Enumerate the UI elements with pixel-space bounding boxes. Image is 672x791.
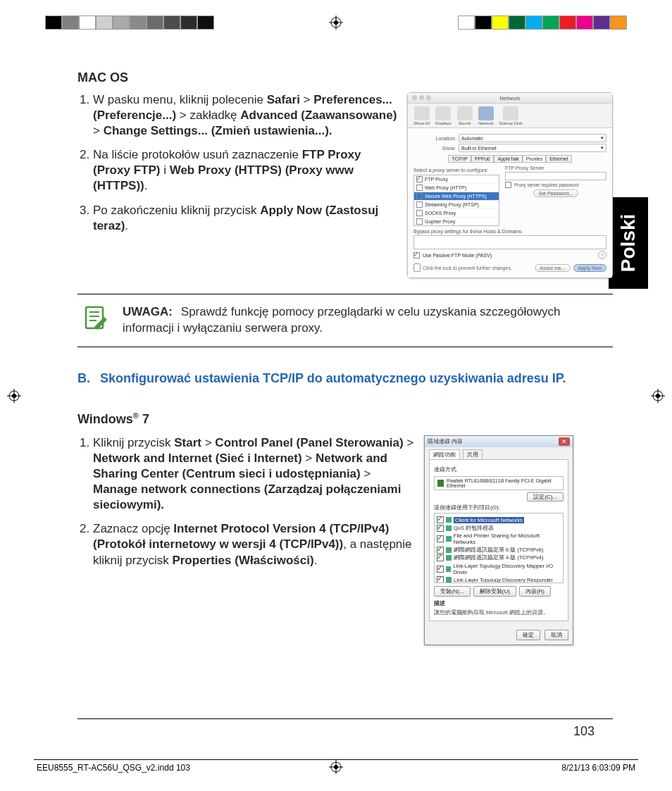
win-config-button[interactable]: 設定(C)... — [527, 492, 564, 502]
mac-apply-button[interactable]: Apply Now — [573, 264, 606, 272]
mac-set-password-button[interactable]: Set Password... — [533, 189, 578, 197]
toolbar-icon[interactable] — [435, 106, 451, 120]
registration-mark-right — [651, 389, 665, 403]
component-icon — [446, 555, 452, 561]
footer-filename: EEU8555_RT-AC56U_QSG_v2.indd 103 — [37, 763, 190, 773]
language-tab-label: Polski — [617, 214, 640, 272]
win-tab[interactable]: 網路功能 — [429, 449, 460, 459]
win-item-checkbox[interactable] — [437, 535, 444, 542]
note-lead: UWAGA: — [123, 305, 173, 318]
mac-tab[interactable]: PPPoE — [471, 155, 494, 163]
close-icon[interactable]: ✕ — [559, 437, 570, 446]
mac-assist-button[interactable]: Assist me... — [535, 264, 570, 272]
win-properties-window: 區域連線 內容 ✕ 網路功能共用 連線方式 Realtek RTL8168B/8… — [424, 435, 573, 645]
win-install-button[interactable]: 安裝(N)... — [434, 586, 471, 597]
mac-show-select[interactable]: Built-in Ethernet▾ — [459, 144, 606, 152]
mac-ftp-proxy-label: FTP Proxy Server — [505, 166, 606, 170]
registration-mark-left — [7, 389, 21, 403]
proxy-checkbox[interactable] — [416, 201, 423, 208]
proxy-checkbox[interactable] — [416, 210, 423, 216]
win-steps-list: Kliknij przycisk Start > Control Panel (… — [77, 435, 416, 568]
win-desc-label: 描述 — [434, 599, 564, 607]
mac-pasv-label: Use Passive FTP Mode (PASV) — [423, 253, 492, 258]
section-b-letter: B. — [77, 371, 90, 386]
color-bar-left — [45, 15, 214, 28]
note-text: UWAGA:Sprawdź funkcję pomocy przeglądark… — [123, 304, 609, 337]
mac-tabs: TCP/IPPPPoEAppleTalkProxiesEthernet — [413, 155, 606, 163]
component-icon — [446, 525, 452, 531]
proxy-checkbox[interactable] — [416, 185, 423, 191]
win-item-checkbox[interactable] — [437, 547, 444, 554]
mac-proxy-server-field[interactable] — [505, 172, 606, 180]
mac-tab[interactable]: Proxies — [523, 155, 546, 163]
win-ok-button[interactable]: 確定 — [516, 630, 540, 640]
toolbar-icon[interactable] — [414, 106, 430, 120]
toolbar-icon[interactable] — [478, 106, 494, 120]
mac-proxy-subhead: Select a proxy server to configure: — [413, 168, 499, 173]
mac-proxy-list[interactable]: FTP ProxyWeb Proxy (HTTP)Secure Web Prox… — [413, 175, 499, 226]
color-bar-right — [458, 15, 627, 28]
mac-tab[interactable]: AppleTalk — [494, 155, 522, 163]
win-item-checkbox[interactable] — [437, 516, 444, 523]
footer-divider — [34, 759, 638, 760]
mac-lock-text: Click the lock to prevent further change… — [423, 266, 512, 270]
mac-location-label: Location: — [413, 136, 456, 141]
language-tab: Polski — [609, 197, 648, 289]
win-uninstall-button[interactable]: 解除安裝(U) — [473, 586, 516, 597]
component-icon — [446, 566, 451, 572]
proxy-checkbox[interactable] — [416, 176, 423, 182]
step-item: Po zakończeniu kliknij przycisk Apply No… — [93, 203, 399, 234]
registration-mark-bottom — [329, 760, 343, 774]
mac-tab[interactable]: Ethernet — [546, 155, 571, 163]
mac-steps-list: W pasku menu, kliknij polecenie Safari >… — [77, 92, 399, 234]
win-properties-button[interactable]: 內容(R) — [519, 586, 551, 597]
mac-passwd-checkbox[interactable] — [505, 182, 511, 188]
mac-location-select[interactable]: Automatic▾ — [459, 134, 606, 142]
step-item: Zaznacz opcję Internet Protocol Version … — [93, 521, 416, 568]
mac-show-label: Show: — [413, 146, 456, 151]
win-item-checkbox[interactable] — [437, 554, 444, 561]
heading-windows-7: Windows® 7 — [77, 411, 613, 427]
adapter-icon — [437, 480, 444, 487]
mac-bypass-label: Bypass proxy settings for these Hosts & … — [413, 229, 606, 234]
lock-icon[interactable] — [413, 263, 421, 272]
win-items-label: 這個連線使用下列項目(O): — [434, 504, 564, 511]
note-icon — [82, 304, 110, 332]
footer-timestamp: 8/21/13 6:03:09 PM — [561, 763, 635, 773]
component-icon — [446, 547, 452, 553]
page-number: 103 — [573, 724, 595, 739]
proxy-checkbox[interactable] — [416, 193, 423, 199]
help-icon[interactable]: ? — [598, 251, 606, 259]
mac-window-title: Network — [499, 95, 520, 101]
win-adapter-field: Realtek RTL8168B/8111B Family PCI-E Giga… — [434, 476, 564, 490]
mac-passwd-label: Proxy server requires password — [514, 182, 578, 187]
mac-toolbar: Show AllDisplaysSoundNetworkStartup Disk — [408, 104, 612, 128]
win-item-checkbox[interactable] — [437, 525, 444, 532]
step-item: Na liście protokołów usuń zaznaczenie FT… — [93, 147, 399, 194]
mac-bypass-field[interactable] — [413, 235, 606, 249]
mac-tab[interactable]: TCP/IP — [448, 155, 471, 163]
win-tabs: 網路功能共用 — [425, 447, 573, 459]
win-item-checkbox[interactable] — [437, 576, 444, 583]
component-icon — [446, 517, 452, 523]
step-item: Kliknij przycisk Start > Control Panel (… — [93, 435, 416, 513]
win-cancel-button[interactable]: 取消 — [545, 630, 568, 640]
toolbar-icon[interactable] — [503, 106, 518, 120]
mac-network-window: Network Show AllDisplaysSoundNetworkStar… — [407, 92, 613, 278]
win-title-text: 區域連線 內容 — [428, 437, 463, 445]
toolbar-icon[interactable] — [457, 106, 473, 120]
win-tab[interactable]: 共用 — [463, 449, 483, 459]
win-item-checkbox[interactable] — [437, 566, 444, 573]
component-icon — [446, 536, 452, 542]
win-connect-using-label: 連線方式 — [434, 466, 564, 473]
proxy-checkbox[interactable] — [416, 218, 423, 225]
win-desc-text: 讓您的電腦能夠存取 Microsoft 網路上的資源。 — [434, 609, 564, 616]
win-items-list[interactable]: Client for Microsoft NetworksQoS 封包排程器Fi… — [434, 513, 564, 583]
note-box: UWAGA:Sprawdź funkcję pomocy przeglądark… — [77, 294, 613, 347]
note-body: Sprawdź funkcję pomocy przeglądarki w ce… — [123, 305, 560, 335]
mac-pasv-checkbox[interactable] — [413, 252, 420, 259]
page-divider — [77, 718, 613, 719]
step-item: W pasku menu, kliknij polecenie Safari >… — [93, 92, 399, 139]
component-icon — [446, 577, 452, 583]
section-b-title: Skonfigurować ustawienia TCP/IP do autom… — [100, 371, 566, 386]
